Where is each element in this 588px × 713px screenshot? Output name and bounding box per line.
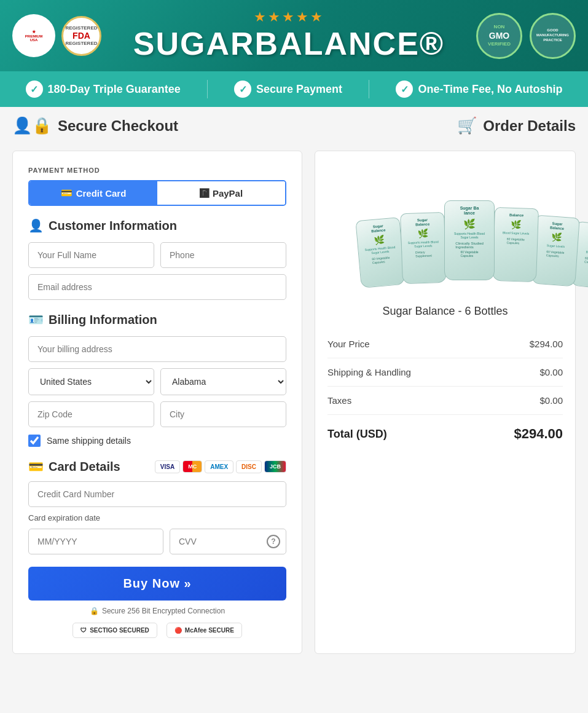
- checkout-panel: PAYMENT METHOD 💳 Credit Card 🅿 PayPal 👤 …: [12, 151, 302, 654]
- billing-section: 🪪 Billing Information United States Cana…: [28, 312, 286, 447]
- guarantee-label-1: 180-Day Triple Guarantee: [48, 83, 181, 96]
- card-number-row: [28, 481, 286, 507]
- name-phone-row: [28, 242, 286, 268]
- paypal-icon: 🅿: [200, 188, 209, 199]
- order-title: 🛒 Order Details: [457, 116, 576, 135]
- guarantee-label-3: One-Time Fee, No Autoship: [418, 83, 562, 96]
- check-icon-1: ✓: [26, 81, 43, 98]
- amex-badge: AMEX: [205, 460, 233, 473]
- bottle-1: SugarBalance 🌿 Supports Health BloodSuga…: [355, 217, 405, 288]
- guarantee-item-2: ✓ Secure Payment: [234, 81, 342, 98]
- shipping-label: Shipping & Handling: [327, 367, 411, 377]
- mcafee-icon: 🔴: [174, 627, 182, 634]
- email-row: [28, 274, 286, 300]
- taxes-row: Taxes $0.00: [327, 387, 563, 415]
- same-shipping-row: Same shipping details: [28, 435, 286, 447]
- cvv-wrapper: ?: [170, 529, 286, 554]
- same-shipping-label[interactable]: Same shipping details: [47, 436, 131, 446]
- gmp-badge: GOODMANUFACTURINGPRACTICE: [530, 13, 576, 59]
- guarantee-item-1: ✓ 180-Day Triple Guarantee: [26, 81, 181, 98]
- order-summary: Your Price $294.00 Shipping & Handling $…: [327, 330, 563, 451]
- billing-address-input[interactable]: [28, 336, 286, 362]
- mcafee-badge: 🔴 McAfee SECURE: [167, 623, 242, 638]
- bottle-2: SugarBalance 🌿 Supports Health BloodSuga…: [400, 212, 447, 284]
- total-row: Total (USD) $294.00: [327, 415, 563, 451]
- city-input[interactable]: [160, 401, 286, 427]
- star-rating: ★★★★★: [101, 9, 476, 25]
- state-select[interactable]: Alabama Alaska Arizona California Florid…: [160, 368, 286, 395]
- cart-icon: 🛒: [457, 116, 477, 135]
- total-value: $294.00: [514, 426, 563, 442]
- check-icon-2: ✓: [234, 81, 251, 98]
- guarantee-bar: ✓ 180-Day Triple Guarantee ✓ Secure Paym…: [0, 71, 588, 107]
- shipping-row: Shipping & Handling $0.00: [327, 358, 563, 387]
- card-icon: 💳: [61, 187, 73, 199]
- price-value: $294.00: [530, 339, 563, 349]
- checkout-title: 👤🔒 Secure Checkout: [12, 116, 178, 135]
- full-name-input[interactable]: [28, 242, 154, 268]
- fda-badge: REGISTERED FDA REGISTERED: [61, 16, 101, 56]
- taxes-label: Taxes: [327, 395, 351, 406]
- payment-method-label: PAYMENT METHOD: [28, 167, 286, 174]
- price-row: Your Price $294.00: [327, 330, 563, 358]
- guarantee-label-2: Secure Payment: [256, 83, 342, 96]
- divider-2: [369, 80, 369, 98]
- payment-tabs: 💳 Credit Card 🅿 PayPal: [28, 180, 286, 206]
- brand-name: SUGARBALANCE®: [101, 25, 476, 62]
- security-text: 🔒 Secure 256 Bit Encrypted Connection: [28, 607, 286, 615]
- sectigo-badge: 🛡 SECTIGO SECURED: [73, 623, 157, 638]
- header-center: ★★★★★ SUGARBALANCE®: [101, 9, 476, 62]
- page-title-section: 👤🔒 Secure Checkout 🛒 Order Details: [0, 107, 588, 138]
- header-left-badges: ★ PREMIUM USA REGISTERED FDA REGISTERED: [12, 14, 101, 57]
- customer-section-header: 👤 Customer Information: [28, 218, 286, 233]
- country-select[interactable]: United States Canada United Kingdom Aust…: [28, 368, 154, 395]
- buy-now-button[interactable]: Buy Now »: [28, 567, 286, 601]
- jcb-badge: JCB: [264, 460, 286, 473]
- card-section-title: 💳 Card Details: [28, 459, 120, 474]
- discover-badge: DISC: [236, 460, 262, 473]
- card-section-header: 💳 Card Details VISA MC AMEX DISC JCB: [28, 459, 286, 474]
- country-state-row: United States Canada United Kingdom Aust…: [28, 368, 286, 395]
- shipping-value: $0.00: [539, 367, 563, 377]
- billing-icon: 🪪: [28, 312, 44, 327]
- price-label: Your Price: [327, 339, 370, 349]
- check-icon-3: ✓: [396, 81, 413, 98]
- person-lock-icon: 👤🔒: [12, 116, 52, 135]
- mastercard-badge: MC: [182, 460, 202, 473]
- card-section: 💳 Card Details VISA MC AMEX DISC JCB Car…: [28, 459, 286, 554]
- cvv-help-icon[interactable]: ?: [267, 535, 280, 548]
- billing-section-header: 🪪 Billing Information: [28, 312, 286, 327]
- expiry-cvv-row: ?: [28, 529, 286, 554]
- credit-card-tab[interactable]: 💳 Credit Card: [29, 181, 157, 205]
- total-label: Total (USD): [327, 428, 387, 441]
- taxes-value: $0.00: [539, 395, 563, 406]
- customer-icon: 👤: [28, 218, 44, 233]
- zip-input[interactable]: [28, 401, 154, 427]
- main-content: PAYMENT METHOD 💳 Credit Card 🅿 PayPal 👤 …: [0, 138, 588, 666]
- email-input[interactable]: [28, 274, 286, 300]
- shield-icon: 🛡: [80, 627, 87, 634]
- divider-1: [207, 80, 208, 98]
- bottle-3: Sugar Balance 🌿 Supports Health BloodSug…: [444, 200, 495, 280]
- bottle-5: SugarBalance 🌿 Sugar Levels 60 Vegetable…: [531, 215, 580, 287]
- non-gmo-badge: NON GMO VERIFIED: [476, 13, 522, 59]
- same-shipping-checkbox[interactable]: [28, 435, 41, 447]
- phone-input[interactable]: [160, 242, 286, 268]
- zip-city-row: [28, 401, 286, 427]
- product-image: SugarBalance 🌿 Supports Health BloodSuga…: [327, 163, 563, 299]
- address-row: [28, 336, 286, 362]
- expiry-label: Card expiration date: [28, 513, 286, 522]
- lock-icon: 🔒: [90, 607, 99, 615]
- security-badges: 🛡 SECTIGO SECURED 🔴 McAfee SECURE: [28, 623, 286, 638]
- expiry-input[interactable]: [28, 529, 163, 554]
- card-section-icon: 💳: [28, 459, 44, 474]
- card-badges: VISA MC AMEX DISC JCB: [155, 460, 286, 473]
- visa-badge: VISA: [155, 460, 180, 473]
- header-right-badges: NON GMO VERIFIED GOODMANUFACTURINGPRACTI…: [476, 13, 576, 59]
- paypal-tab[interactable]: 🅿 PayPal: [157, 181, 285, 205]
- guarantee-item-3: ✓ One-Time Fee, No Autoship: [396, 81, 562, 98]
- bottle-4: Balance 🌿 Blood Sugar Levels 60 Vegetabl…: [492, 207, 539, 282]
- product-name: Sugar Balance - 6 Bottles: [327, 305, 563, 318]
- order-panel: SugarBalance 🌿 Supports Health BloodSuga…: [315, 151, 576, 654]
- card-number-input[interactable]: [28, 481, 286, 507]
